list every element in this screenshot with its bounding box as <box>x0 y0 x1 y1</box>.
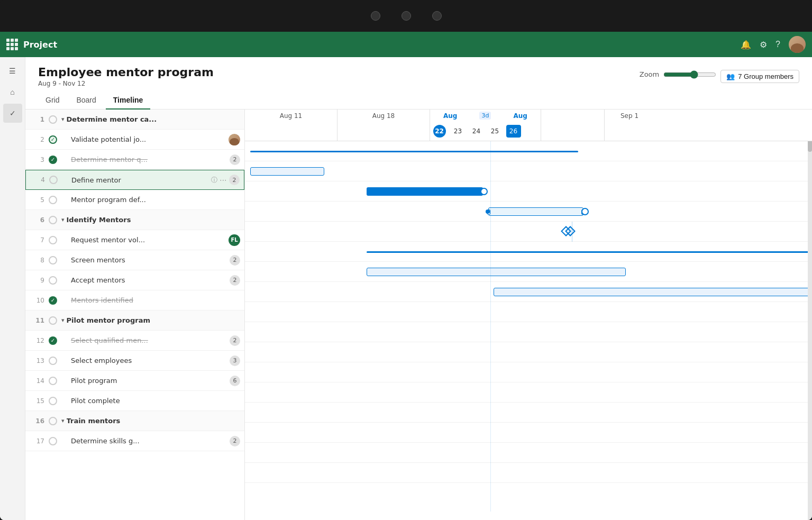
help-icon[interactable]: ? <box>775 40 780 49</box>
table-row: 16 ▾ Train mentors <box>25 411 244 431</box>
connector-dot-4 <box>486 209 490 214</box>
bar-7 <box>367 268 626 276</box>
table-row: 13 Select employees 3 <box>25 351 244 371</box>
bar-3 <box>367 187 483 196</box>
gantt-row-11 <box>245 342 812 362</box>
gantt-row-1 <box>245 141 812 161</box>
tab-timeline[interactable]: Timeline <box>106 92 151 110</box>
zoom-controls: Zoom <box>640 70 716 83</box>
badge: 2 <box>230 154 240 165</box>
bar-8 <box>494 288 812 296</box>
notification-icon[interactable]: 🔔 <box>741 40 751 50</box>
hamburger-button[interactable]: ☰ <box>3 61 22 80</box>
gantt-row-2 <box>245 161 812 181</box>
group-members-button[interactable]: 👥 7 Group members <box>720 70 799 83</box>
os-bar-dots <box>371 11 442 21</box>
table-row: 10 ✓ Mentors identified <box>25 290 244 311</box>
table-row: 15 Pilot complete <box>25 391 244 411</box>
app-title: Project <box>23 40 735 50</box>
badge: 2 <box>230 436 240 446</box>
table-row: 5 Mentor program def... <box>25 190 244 210</box>
avatar <box>229 134 240 145</box>
milestone-3 <box>480 188 488 195</box>
week-label-aug18: Aug 18 <box>372 112 395 120</box>
table-row: 8 Screen mentors 2 <box>25 250 244 270</box>
project-nav: Grid Board Timeline <box>38 92 799 109</box>
zoom-label: Zoom <box>640 70 659 78</box>
day-24: 24 <box>472 127 480 135</box>
os-dot <box>402 11 411 21</box>
project-dates: Aug 9 - Nov 12 <box>38 80 214 87</box>
project-title: Employee mentor program <box>38 66 214 79</box>
gantt-row-9 <box>245 302 812 322</box>
table-row[interactable]: 4 Define mentor ⓘ ⋯ 2 <box>25 170 244 190</box>
bar-1 <box>250 151 578 152</box>
bar-6 <box>367 251 812 253</box>
table-row: 3 ✓ Determine mentor q... 2 <box>25 150 244 170</box>
zoom-slider[interactable] <box>663 70 716 79</box>
header-icons: 🔔 ⚙ ? <box>741 36 806 53</box>
table-row: 17 Determine skills g... 2 <box>25 431 244 451</box>
settings-icon[interactable]: ⚙ <box>760 40 767 50</box>
gantt-row-7 <box>245 262 812 282</box>
apps-icon[interactable] <box>6 39 18 50</box>
tab-board[interactable]: Board <box>69 92 103 110</box>
gantt-row-16 <box>245 443 812 463</box>
gantt-body <box>245 141 812 512</box>
task-list: 1 ▾ Determine mentor ca... 2 ✓ Validate … <box>25 110 245 520</box>
week-label-sep1: Sep 1 <box>621 112 638 120</box>
main-layout: ☰ ⌂ ✓ Employee mentor program Aug 9 - No… <box>0 57 812 520</box>
content-area: Employee mentor program Aug 9 - Nov 12 Z… <box>25 57 812 520</box>
table-row: 6 ▾ Identify Mentors <box>25 210 244 230</box>
table-row: 7 Request mentor vol... FL <box>25 230 244 250</box>
vline-5 <box>572 222 572 242</box>
day-25: 25 <box>491 127 499 135</box>
table-row: 1 ▾ Determine mentor ca... <box>25 110 244 130</box>
week-label-aug-hl: Aug <box>443 112 457 120</box>
circle-4 <box>581 208 589 215</box>
os-dot <box>371 11 380 21</box>
badge: 2 <box>230 255 240 266</box>
gantt-row-15 <box>245 423 812 443</box>
table-row: 14 Pilot program 6 <box>25 371 244 391</box>
gantt-area: Aug 11 Aug 18 <box>245 110 812 520</box>
project-header: Employee mentor program Aug 9 - Nov 12 Z… <box>25 57 812 110</box>
3d-badge: 3d <box>479 112 491 120</box>
chevron-icon: ▾ <box>61 317 65 324</box>
user-avatar[interactable] <box>789 36 806 53</box>
tab-grid[interactable]: Grid <box>38 92 67 110</box>
gantt-row-6 <box>245 242 812 262</box>
os-dot <box>432 11 442 21</box>
badge: 2 <box>230 275 240 286</box>
avatar: FL <box>229 234 240 246</box>
badge: 3 <box>230 355 240 366</box>
app-header: Project 🔔 ⚙ ? <box>0 32 812 57</box>
gantt-row-4[interactable] <box>245 202 812 222</box>
timeline-area: 1 ▾ Determine mentor ca... 2 ✓ Validate … <box>25 110 812 520</box>
info-icon[interactable]: ⓘ <box>211 176 217 185</box>
group-members-label: 7 Group members <box>738 72 793 80</box>
chevron-icon: ▾ <box>61 116 65 123</box>
gantt-row-12 <box>245 362 812 382</box>
gantt-row-13 <box>245 382 812 403</box>
badge: 2 <box>229 175 240 185</box>
day-23: 23 <box>454 127 462 135</box>
gantt-row-3 <box>245 181 812 202</box>
chevron-icon: ▾ <box>61 216 65 223</box>
day-26: 26 <box>506 125 521 138</box>
home-button[interactable]: ⌂ <box>3 83 22 102</box>
gantt-row-14 <box>245 403 812 423</box>
bar-4[interactable] <box>488 207 583 216</box>
week-label-aug11: Aug 11 <box>280 112 303 120</box>
left-rail: ☰ ⌂ ✓ <box>0 57 25 520</box>
chevron-icon: ▾ <box>61 417 65 424</box>
bar-2 <box>250 167 324 176</box>
gantt-row-17 <box>245 463 812 483</box>
scroll-indicator[interactable] <box>808 110 812 520</box>
app: Project 🔔 ⚙ ? ☰ ⌂ ✓ <box>0 32 812 520</box>
more-icon[interactable]: ⋯ <box>220 176 227 184</box>
check-button[interactable]: ✓ <box>3 104 22 123</box>
group-members-icon: 👥 <box>726 72 735 80</box>
gantt-date-header: Aug 11 Aug 18 <box>245 110 812 141</box>
table-row: 9 Accept mentors 2 <box>25 270 244 290</box>
